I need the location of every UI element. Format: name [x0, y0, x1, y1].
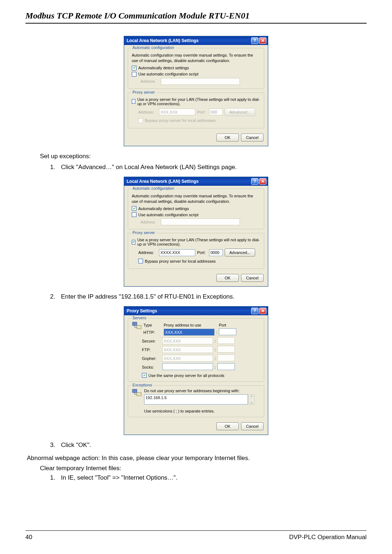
http-address-input[interactable]: XXX.XXX — [164, 329, 215, 336]
gopher-port-input — [217, 354, 235, 361]
clear-step-1-text: In IE, select "Tool" => "Internet Option… — [61, 474, 367, 481]
advanced-button[interactable]: Advanced... — [225, 249, 255, 257]
footer-right: DVP-PLC Operation Manual — [289, 534, 367, 541]
exceptions-icon — [132, 389, 143, 398]
cancel-button[interactable]: Cancel — [241, 134, 264, 141]
servers-legend: Servers — [131, 316, 148, 320]
svg-rect-5 — [137, 393, 141, 396]
proxy-address-input: XXX.XXX — [159, 108, 195, 115]
proxy-server-legend: Proxy server — [131, 230, 156, 235]
help-icon[interactable]: ? — [251, 178, 258, 185]
abnormal-text: Abnormal webpage action: In this case, p… — [25, 455, 367, 462]
table-row: HTTP: XXX.XXX : — [143, 328, 260, 336]
colon: : — [213, 356, 217, 361]
ok-button[interactable]: OK — [216, 274, 239, 282]
help-icon[interactable]: ? — [251, 37, 258, 44]
script-address-label: Address — [140, 79, 158, 83]
autodetect-label: Automatically detect settings — [138, 206, 189, 211]
socks-label: Socks: — [142, 365, 162, 369]
proxy-address-label: Address: — [138, 250, 157, 255]
proxy-address-input[interactable]: XXXX.XXX — [159, 249, 195, 256]
bypass-label: Bypass proxy server for local addresses — [145, 118, 216, 123]
exceptions-hint: Use semicolons ( ; ) to separate entries… — [144, 409, 260, 413]
sameproxy-label: Use the same proxy server for all protoc… — [148, 373, 224, 378]
autodetect-label: Automatically detect settings — [138, 66, 189, 70]
exceptions-text: Do not use proxy server for addresses be… — [144, 389, 260, 393]
secure-port-input — [217, 337, 235, 344]
scroll-down-icon[interactable]: ▼ — [249, 402, 254, 404]
socks-port-input[interactable] — [217, 363, 235, 370]
ftp-address-input: XXX.XXX — [162, 346, 213, 353]
proxy-server-legend: Proxy server — [131, 90, 156, 94]
close-icon[interactable]: ✕ — [259, 37, 266, 44]
autodetect-checkbox[interactable] — [132, 66, 136, 70]
ok-button[interactable]: OK — [216, 422, 239, 430]
ftp-port-input — [217, 346, 235, 353]
secure-label: Secure: — [142, 339, 162, 343]
colon: : — [215, 330, 219, 335]
lan-settings-dialog-2: Local Area Network (LAN) Settings ? ✕ Au… — [124, 177, 268, 287]
scrollbar[interactable]: ▲▼ — [249, 394, 254, 405]
colon: : — [213, 339, 217, 343]
colon: : — [213, 365, 217, 369]
bypass-checkbox — [138, 118, 143, 123]
step-1-text: Click "Advanced…" on Local Area Network … — [61, 164, 367, 171]
step-3-text: Click "OK". — [61, 442, 367, 449]
bypass-checkbox[interactable] — [138, 259, 143, 263]
proxy-port-label: Port: — [197, 250, 207, 255]
useproxy-checkbox[interactable] — [132, 99, 135, 104]
useproxy-label: Use a proxy server for your LAN (These s… — [137, 97, 260, 106]
automatic-config-legend: Automatic configuration — [131, 45, 176, 50]
exceptions-input[interactable]: 192.168.1.5 — [144, 394, 248, 405]
secure-address-input: XXX.XXX — [162, 337, 213, 344]
script-address-input — [161, 78, 240, 85]
gopher-label: Gopher: — [142, 356, 162, 361]
gopher-address-input: XXX.XXX — [162, 355, 213, 362]
proxy-port-input[interactable]: 0000 — [209, 249, 223, 256]
svg-rect-1 — [137, 325, 141, 329]
page-title: Modbus TCP Remote I/O Communication Modu… — [25, 11, 367, 24]
ok-button[interactable]: OK — [216, 134, 239, 141]
table-row: Secure: XXX.XXX : — [142, 337, 260, 345]
configscript-label: Use automatic configuration script — [138, 72, 199, 76]
configscript-checkbox[interactable] — [132, 72, 136, 77]
scroll-up-icon[interactable]: ▲ — [249, 395, 254, 397]
cancel-button[interactable]: Cancel — [241, 422, 264, 430]
cancel-button[interactable]: Cancel — [241, 274, 264, 282]
table-row: FTP: XXX.XXX : — [142, 346, 260, 353]
ftp-label: FTP: — [142, 348, 162, 352]
bypass-label: Bypass proxy server for local addresses — [145, 259, 216, 263]
colon: : — [213, 348, 217, 352]
col-type: Type — [143, 323, 164, 327]
script-address-input — [161, 218, 240, 225]
auto-config-text: Automatic configuration may override man… — [132, 53, 260, 63]
useproxy-checkbox[interactable] — [132, 240, 135, 245]
help-icon[interactable]: ? — [251, 308, 258, 314]
close-icon[interactable]: ✕ — [259, 308, 266, 314]
list-num-1: 1. — [50, 164, 61, 171]
lan-settings-dialog-1: Local Area Network (LAN) Settings ? ✕ Au… — [124, 36, 268, 146]
svg-rect-4 — [132, 389, 137, 393]
proxy-port-input: 000 — [209, 108, 223, 115]
script-address-label: Address — [140, 220, 158, 224]
autodetect-checkbox[interactable] — [132, 206, 136, 211]
dialog-title: Local Area Network (LAN) Settings — [127, 38, 199, 43]
list-num-3: 3. — [50, 442, 61, 449]
http-port-input[interactable] — [219, 328, 236, 335]
exceptions-legend: Exceptions — [131, 383, 154, 387]
socks-address-input[interactable] — [162, 363, 213, 370]
advanced-button: Advanced... — [225, 108, 255, 116]
proxy-port-label: Port: — [197, 110, 207, 114]
page-number: 40 — [25, 534, 32, 541]
step-2-text: Enter the IP address "192.168.1.5" of RT… — [61, 293, 367, 300]
configscript-label: Use automatic configuration script — [138, 213, 199, 217]
close-icon[interactable]: ✕ — [259, 178, 266, 185]
configscript-checkbox[interactable] — [132, 212, 136, 217]
setup-exceptions-heading: Set up exceptions: — [40, 153, 367, 160]
col-port: Port — [219, 323, 241, 327]
clear-temp-heading: Clear temporary Internet files: — [40, 465, 367, 472]
dialog-title: Local Area Network (LAN) Settings — [127, 179, 199, 184]
sameproxy-checkbox[interactable] — [142, 373, 147, 378]
table-row: Gopher: XXX.XXX : — [142, 354, 260, 362]
useproxy-label: Use a proxy server for your LAN (These s… — [137, 238, 260, 246]
